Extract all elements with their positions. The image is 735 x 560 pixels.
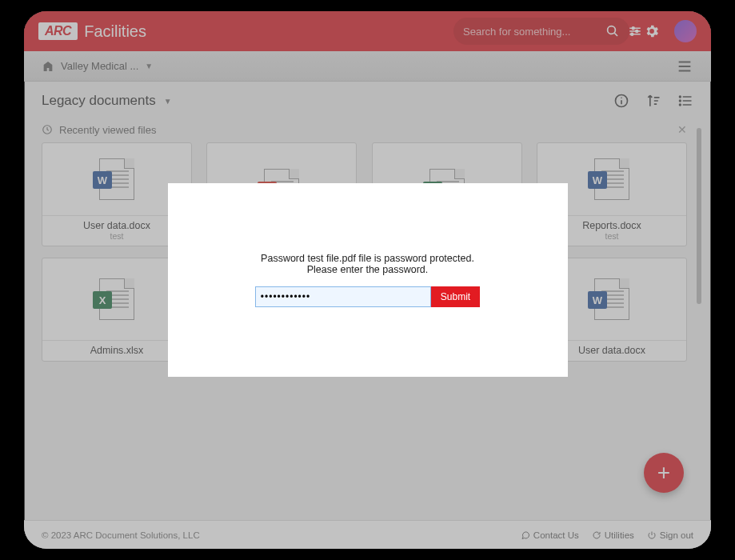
password-modal: Password test file.pdf file is password … [168, 183, 568, 377]
password-input[interactable] [255, 286, 431, 307]
modal-message: Password test file.pdf file is password … [248, 253, 488, 275]
app-frame: ARC Facilities Valley Medical ... [24, 11, 711, 549]
modal-overlay[interactable]: Password test file.pdf file is password … [24, 11, 711, 549]
submit-button[interactable]: Submit [431, 286, 480, 307]
